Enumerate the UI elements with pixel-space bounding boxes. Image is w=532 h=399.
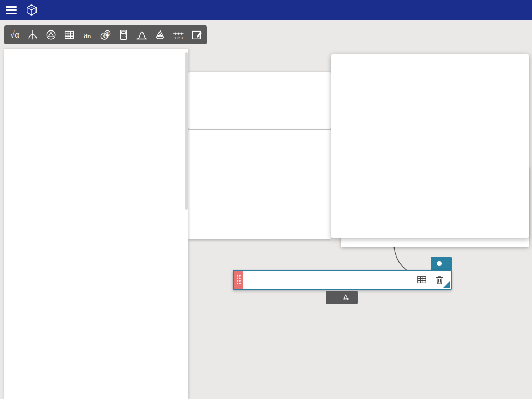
geometry-icon[interactable] (42, 27, 60, 43)
scatter-plot-card[interactable] (188, 72, 331, 129)
scatter-card-title (188, 72, 331, 79)
spreadsheet-scrollbar[interactable] (185, 52, 188, 210)
classpad-logo-icon (25, 4, 38, 16)
regression-formula (188, 137, 331, 142)
expression-mini-toolbar (326, 291, 358, 304)
series-tab-sine-regression[interactable] (352, 250, 372, 253)
solids-icon[interactable] (151, 27, 170, 43)
function-graph-icon[interactable] (24, 27, 42, 43)
chart-plot (331, 54, 529, 238)
navbar (0, 0, 532, 20)
resize-fold-icon[interactable] (443, 281, 450, 288)
svg-text:2: 2 (177, 36, 180, 40)
spreadsheet-icon[interactable] (60, 27, 78, 43)
statistics-icon[interactable] (133, 27, 151, 43)
scatter-card-accent (188, 72, 191, 129)
formula-expression[interactable] (243, 271, 417, 289)
table-icon[interactable] (417, 275, 427, 285)
number-line-icon[interactable]: 123 (169, 27, 187, 43)
series-tab-formula[interactable] (374, 250, 394, 253)
regression-card-accent (188, 130, 191, 239)
sqrt-alpha-icon[interactable]: √α (6, 27, 24, 43)
sequence-icon[interactable]: aₙ (78, 27, 96, 43)
calculator-icon[interactable] (115, 27, 133, 43)
drag-handle[interactable] (234, 271, 243, 289)
drag-dots-icon (236, 274, 241, 285)
svg-text:3: 3 (181, 36, 183, 40)
sine-regression-card[interactable] (188, 130, 331, 239)
connector-line (394, 247, 408, 272)
notes-icon[interactable] (187, 27, 206, 43)
menu-icon[interactable] (6, 6, 17, 14)
formula-window-tab (431, 257, 452, 270)
formula-style-dot-icon[interactable] (437, 261, 442, 266)
spreadsheet-panel (4, 49, 188, 399)
svg-text:€: € (103, 33, 106, 39)
regression-card-title (188, 130, 331, 137)
graph-window[interactable] (331, 54, 529, 238)
solids-mini-icon[interactable] (342, 294, 350, 301)
series-tab-scatter[interactable] (331, 250, 350, 253)
svg-text:1: 1 (174, 36, 176, 40)
finance-icon[interactable]: $€ (96, 27, 115, 43)
formula-input-box[interactable] (233, 270, 452, 290)
main-toolbar: √α aₙ $€ 123 (4, 25, 207, 44)
